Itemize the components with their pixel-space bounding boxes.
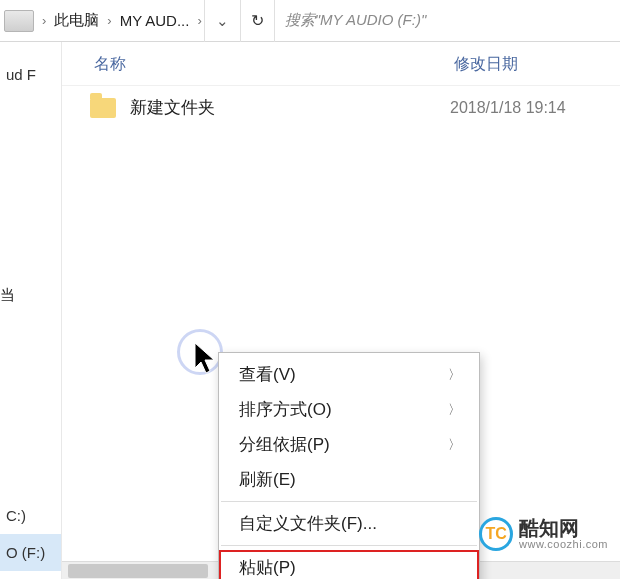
- context-menu-refresh[interactable]: 刷新(E): [219, 462, 479, 497]
- chevron-right-icon[interactable]: ›: [195, 13, 203, 28]
- watermark-url: www.coozhi.com: [519, 539, 608, 551]
- context-menu-label: 查看(V): [239, 363, 296, 386]
- breadcrumb-folder[interactable]: MY AUD...: [114, 8, 196, 33]
- file-list-area[interactable]: 名称 修改日期 新建文件夹 2018/1/18 19:14 查看(V) 〉 排序…: [62, 42, 620, 579]
- refresh-button[interactable]: ↻: [240, 0, 274, 42]
- menu-separator: [221, 501, 477, 502]
- context-menu-customize-folder[interactable]: 自定义文件夹(F)...: [219, 506, 479, 541]
- scrollbar-thumb[interactable]: [68, 564, 208, 578]
- column-headers: 名称 修改日期: [62, 42, 620, 86]
- breadcrumb-root[interactable]: 此电脑: [48, 7, 105, 34]
- sidebar: ud F 当 C:) O (F:): [0, 42, 62, 579]
- context-menu-group[interactable]: 分组依据(P) 〉: [219, 427, 479, 462]
- context-menu-label: 分组依据(P): [239, 433, 330, 456]
- watermark-title: 酷知网: [519, 518, 608, 539]
- context-menu: 查看(V) 〉 排序方式(O) 〉 分组依据(P) 〉 刷新(E) 自定义文件夹…: [218, 352, 480, 579]
- context-menu-label: 排序方式(O): [239, 398, 332, 421]
- click-pulse-icon: [177, 329, 223, 375]
- address-bar: › 此电脑 › MY AUD... › ⌄ ↻ 搜索"MY AUDIO (F:)…: [0, 0, 620, 42]
- context-menu-view[interactable]: 查看(V) 〉: [219, 357, 479, 392]
- file-name: 新建文件夹: [130, 96, 450, 119]
- history-dropdown-button[interactable]: ⌄: [204, 0, 240, 42]
- sidebar-item-drive-f[interactable]: O (F:): [0, 534, 61, 571]
- context-menu-sort[interactable]: 排序方式(O) 〉: [219, 392, 479, 427]
- file-date: 2018/1/18 19:14: [450, 99, 566, 117]
- chevron-right-icon: 〉: [448, 401, 461, 419]
- sidebar-item[interactable]: 当: [0, 286, 61, 305]
- column-header-name[interactable]: 名称: [94, 54, 454, 75]
- context-menu-paste[interactable]: 粘贴(P): [219, 550, 479, 579]
- context-menu-label: 自定义文件夹(F)...: [239, 512, 377, 535]
- menu-separator: [221, 545, 477, 546]
- chevron-right-icon: 〉: [448, 366, 461, 384]
- chevron-right-icon[interactable]: ›: [40, 13, 48, 28]
- drive-icon: [4, 10, 34, 32]
- list-item[interactable]: 新建文件夹 2018/1/18 19:14: [62, 86, 620, 129]
- column-header-date[interactable]: 修改日期: [454, 54, 518, 75]
- folder-icon: [90, 98, 116, 118]
- context-menu-label: 刷新(E): [239, 468, 296, 491]
- chevron-right-icon: 〉: [448, 436, 461, 454]
- watermark: TC 酷知网 www.coozhi.com: [479, 517, 608, 551]
- main-area: ud F 当 C:) O (F:) 名称 修改日期 新建文件夹 2018/1/1…: [0, 42, 620, 579]
- breadcrumb: › 此电脑 › MY AUD... ›: [34, 7, 204, 34]
- sidebar-item-drive-c[interactable]: C:): [0, 497, 61, 534]
- context-menu-label: 粘贴(P): [239, 556, 296, 579]
- sidebar-item[interactable]: ud F: [0, 56, 61, 93]
- watermark-logo-icon: TC: [479, 517, 513, 551]
- chevron-right-icon[interactable]: ›: [105, 13, 113, 28]
- search-input[interactable]: 搜索"MY AUDIO (F:)": [274, 0, 620, 42]
